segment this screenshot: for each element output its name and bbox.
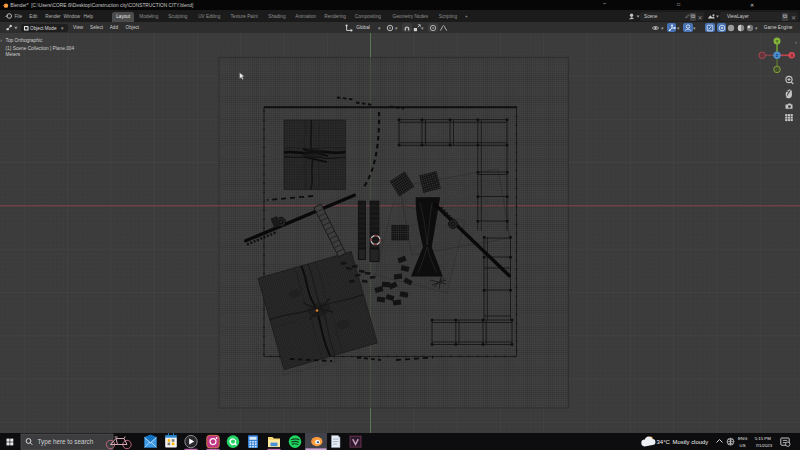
svg-text:Type here to search: Type here to search <box>38 438 94 446</box>
svg-text:US: US <box>740 443 746 448</box>
svg-text:Mostly cloudy: Mostly cloudy <box>673 439 709 445</box>
svg-text:Y: Y <box>776 40 779 44</box>
svg-text:ENG: ENG <box>738 436 748 441</box>
svg-text:7/1/2023: 7/1/2023 <box>755 443 772 448</box>
svg-text:X: X <box>790 54 793 58</box>
svg-text:34°C: 34°C <box>657 439 671 445</box>
svg-text:5:15 PM: 5:15 PM <box>755 436 771 441</box>
svg-text:‹: ‹ <box>795 39 797 45</box>
svg-text:(1) Scene Collection | Plane.0: (1) Scene Collection | Plane.004 <box>6 46 75 51</box>
svg-text:Meters: Meters <box>6 52 21 57</box>
svg-text:Top Orthographic: Top Orthographic <box>6 38 43 43</box>
svg-text:›: › <box>0 37 2 43</box>
